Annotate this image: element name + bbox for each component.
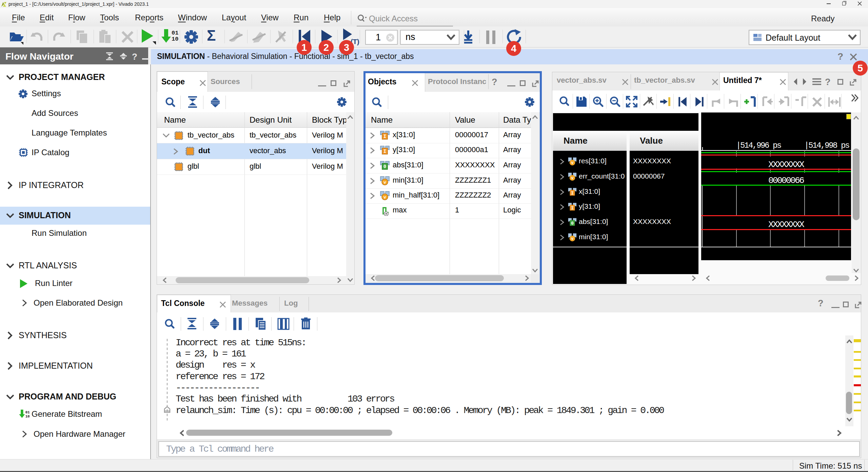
svg-text:v: v — [571, 237, 574, 241]
svg-text:v: v — [571, 176, 574, 181]
svg-text:v: v — [383, 180, 386, 185]
svg-text:10: 10 — [172, 36, 178, 42]
svg-text:v: v — [571, 161, 574, 165]
svg-text:01: 01 — [172, 30, 178, 36]
svg-text:I: I — [383, 134, 386, 139]
svg-text:0: 0 — [383, 164, 386, 169]
svg-text:01: 01 — [25, 410, 29, 414]
svg-text:0: 0 — [571, 221, 574, 226]
svg-text:I: I — [571, 206, 574, 211]
svg-text:I: I — [571, 191, 574, 196]
svg-text:I: I — [383, 149, 386, 154]
svg-text:v: v — [383, 195, 386, 200]
svg-text:10: 10 — [25, 414, 29, 418]
